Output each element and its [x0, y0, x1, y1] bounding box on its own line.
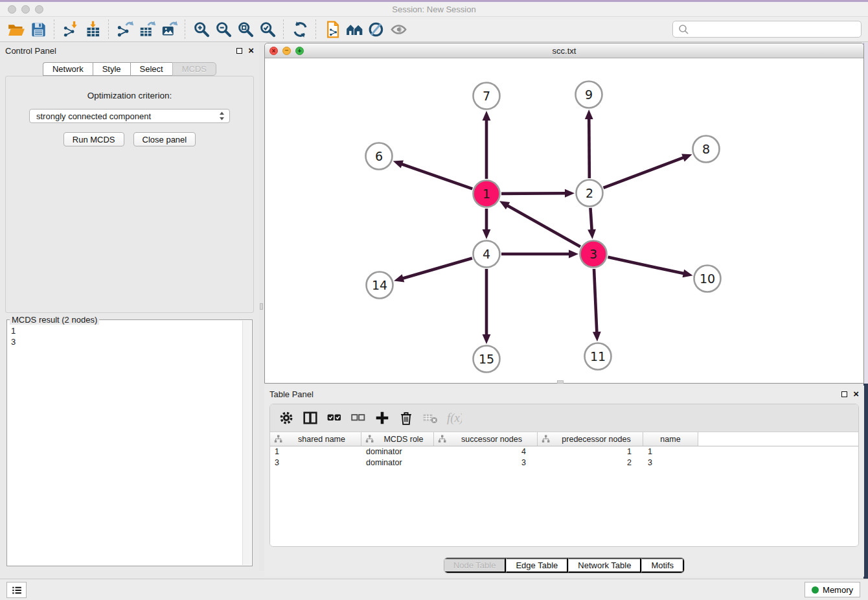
splitter-handle[interactable] — [260, 303, 263, 310]
graph-edge-4-3[interactable] — [501, 250, 578, 259]
hide-panel-eye-button[interactable] — [387, 19, 409, 40]
tab-mcds[interactable]: MCDS — [172, 62, 216, 76]
zoom-out-button[interactable] — [212, 19, 234, 40]
network-canvas[interactable]: 7968124314101511 — [265, 58, 863, 382]
table-cell[interactable]: dominator — [361, 458, 434, 467]
vertical-splitter[interactable] — [259, 42, 264, 571]
criterion-dropdown[interactable]: strongly connected component — [29, 109, 230, 123]
first-neighbors-button[interactable] — [321, 19, 343, 40]
result-scrollbar[interactable] — [242, 321, 251, 565]
graph-node-6[interactable]: 6 — [366, 143, 393, 170]
column-header-name[interactable]: name — [643, 432, 698, 446]
close-table-panel-icon[interactable] — [853, 391, 859, 397]
graph-edge-4-15[interactable] — [483, 269, 491, 344]
graph-edge-2-8[interactable] — [604, 154, 692, 187]
graph-node-1[interactable]: 1 — [474, 181, 500, 207]
close-panel-button[interactable]: Close panel — [133, 132, 196, 146]
graph-node-7[interactable]: 7 — [474, 83, 500, 110]
column-type-icon — [438, 435, 446, 443]
network-window-titlebar[interactable]: scc.txt — [265, 43, 863, 58]
zoom-in-button[interactable] — [190, 19, 212, 40]
table-cell[interactable]: 1 — [270, 447, 361, 456]
graph-edge-1-4[interactable] — [483, 209, 491, 239]
graph-node-3[interactable]: 3 — [580, 241, 607, 268]
open-session-button[interactable] — [5, 19, 27, 40]
save-session-button[interactable] — [27, 19, 49, 40]
export-network-button[interactable] — [114, 19, 136, 40]
status-bar: Memory — [0, 579, 868, 600]
graph-node-4[interactable]: 4 — [474, 241, 500, 268]
create-column-button[interactable] — [372, 408, 392, 428]
refresh-layout-button[interactable] — [289, 19, 311, 40]
graph-node-10[interactable]: 10 — [694, 266, 721, 292]
select-all-rows-button[interactable] — [325, 408, 344, 428]
graph-edge-3-11[interactable] — [593, 269, 601, 341]
graph-edge-1-2[interactable] — [501, 189, 575, 198]
mcds-result-list[interactable]: 1 3 — [11, 325, 240, 564]
horizontal-splitter-handle[interactable] — [557, 380, 564, 384]
column-header-MCDS-role[interactable]: MCDS role — [361, 432, 434, 446]
graph-node-14[interactable]: 14 — [367, 272, 393, 299]
column-header-predecessor-nodes[interactable]: predecessor nodes — [538, 432, 643, 446]
search-box[interactable] — [672, 21, 862, 38]
table-cell[interactable]: 3 — [643, 458, 698, 467]
column-header-shared-name[interactable]: shared name — [270, 432, 361, 446]
graph-node-9[interactable]: 9 — [576, 82, 602, 108]
zoom-selected-button[interactable] — [257, 19, 279, 40]
deselect-all-rows-button[interactable] — [348, 408, 368, 428]
graph-edge-2-9[interactable] — [585, 110, 593, 178]
graph-edge-1-6[interactable] — [393, 160, 473, 189]
graph-edge-4-14[interactable] — [394, 258, 472, 282]
table-cell[interactable]: 1 — [643, 447, 698, 456]
table-row[interactable]: 1dominator411 — [270, 446, 858, 457]
close-panel-icon[interactable] — [248, 47, 254, 54]
column-settings-button[interactable] — [277, 408, 296, 428]
zoom-fit-button[interactable] — [234, 19, 257, 40]
table-cell[interactable]: 2 — [538, 458, 643, 467]
table-cell[interactable]: 1 — [538, 447, 643, 456]
style-preview-button[interactable] — [365, 19, 387, 40]
table-cell[interactable]: 3 — [270, 458, 361, 467]
graph-node-8[interactable]: 8 — [693, 136, 720, 163]
graph-node-15[interactable]: 15 — [474, 346, 500, 373]
main-titlebar: Session: New Session — [0, 2, 868, 17]
search-icon — [678, 23, 689, 35]
control-panel: Control Panel NetworkStyleSelectMCDS Opt… — [0, 42, 259, 571]
tab-node-table[interactable]: Node Table — [444, 558, 507, 573]
export-table-button[interactable] — [136, 19, 158, 40]
table-row[interactable]: 3dominator323 — [270, 457, 858, 468]
graph-node-11[interactable]: 11 — [585, 343, 611, 370]
task-history-button[interactable] — [6, 582, 27, 598]
search-input[interactable] — [692, 22, 861, 36]
table-mode-button[interactable] — [301, 408, 320, 428]
tab-style[interactable]: Style — [93, 62, 130, 76]
run-mcds-button[interactable]: Run MCDS — [63, 132, 124, 146]
import-table-button[interactable] — [82, 19, 104, 40]
tab-network-table[interactable]: Network Table — [568, 558, 641, 573]
graph-edge-1-7[interactable] — [483, 111, 491, 179]
toolbar-separator — [185, 19, 186, 39]
graph-edge-3-1[interactable] — [499, 201, 580, 246]
tab-motifs[interactable]: Motifs — [641, 558, 684, 573]
function-builder-button: f(x) — [444, 408, 464, 428]
table-cell[interactable]: dominator — [361, 447, 434, 456]
float-panel-icon[interactable] — [236, 48, 242, 54]
table-cell[interactable]: 4 — [434, 447, 538, 456]
table-cell[interactable]: 3 — [434, 458, 538, 467]
delete-columns-button[interactable] — [396, 408, 416, 428]
column-header-successor-nodes[interactable]: successor nodes — [434, 432, 538, 446]
memory-status-icon — [812, 586, 819, 594]
memory-button[interactable]: Memory — [805, 582, 860, 597]
graph-edge-2-3[interactable] — [588, 208, 596, 239]
import-network-button[interactable] — [60, 19, 82, 40]
graph-edge-3-10[interactable] — [608, 257, 692, 277]
tab-edge-table[interactable]: Edge Table — [506, 558, 568, 573]
tab-select[interactable]: Select — [130, 62, 172, 76]
zoom-out-icon — [215, 21, 233, 38]
float-table-panel-icon[interactable] — [841, 391, 847, 397]
first-neighbors-icon — [324, 21, 341, 38]
tab-network[interactable]: Network — [43, 62, 93, 76]
graph-node-2[interactable]: 2 — [577, 180, 603, 207]
show-networks-home-button[interactable] — [343, 19, 365, 40]
export-image-button[interactable] — [158, 19, 180, 40]
